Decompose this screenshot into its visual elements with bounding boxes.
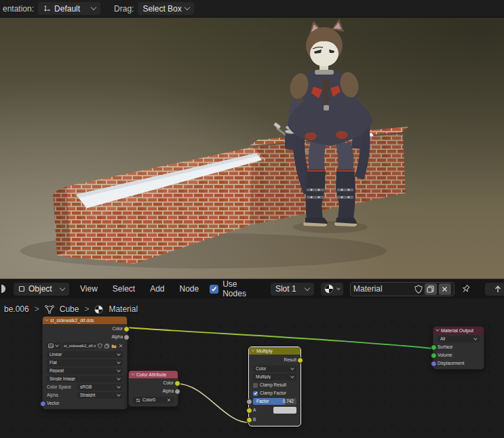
socket-volume-input[interactable] xyxy=(431,353,437,359)
chevron-down-icon xyxy=(117,368,121,372)
chevron-down-icon xyxy=(117,352,121,356)
3d-viewport[interactable] xyxy=(0,17,504,279)
interpolation-dropdown[interactable]: Linear xyxy=(47,351,123,358)
new-image-icon[interactable] xyxy=(104,344,109,349)
menu-select[interactable]: Select xyxy=(109,284,139,294)
factor-row: Factor 0.742 xyxy=(249,398,301,405)
socket-label: Surface xyxy=(438,345,452,350)
node-material-output[interactable]: Material Output All Surface Volume Displ… xyxy=(433,326,484,370)
unlink-icon[interactable] xyxy=(119,344,123,348)
collapse-icon[interactable] xyxy=(45,317,49,321)
socket-b-input[interactable] xyxy=(246,417,252,423)
fake-user-shield-icon[interactable] xyxy=(98,343,102,349)
output-alpha: Alpha xyxy=(43,334,127,340)
editor-type-icon[interactable] xyxy=(1,283,9,294)
socket-label: Result xyxy=(284,358,296,363)
collapse-icon[interactable] xyxy=(251,348,255,352)
shader-type-dropdown[interactable]: Object xyxy=(14,283,69,296)
socket-displacement-input[interactable] xyxy=(431,361,437,367)
shader-node-editor[interactable]: be.006 > Cube > Material st_sidewalk2_di… xyxy=(0,298,504,438)
socket-label: Vector xyxy=(47,401,59,406)
socket-surface-input[interactable] xyxy=(431,344,437,351)
menu-view[interactable]: View xyxy=(76,284,102,294)
unlink-material-button[interactable] xyxy=(439,283,451,295)
blend-mode-dropdown[interactable]: Multiply xyxy=(253,374,296,380)
node-image-texture[interactable]: st_sidewalk2_dif.dds Color Alpha st_side… xyxy=(42,316,128,410)
clamp-result-checkbox[interactable] xyxy=(253,383,258,388)
node-mix-multiply[interactable]: Multiply Result Color Multiply Clamp Res… xyxy=(248,346,301,426)
color-space-dropdown[interactable]: sRGB xyxy=(77,384,123,391)
socket-label: Displacement xyxy=(438,361,464,366)
node-material-output-header[interactable]: Material Output xyxy=(433,327,484,334)
extension-dropdown[interactable]: Repeat xyxy=(47,367,123,374)
alpha-mode-dropdown[interactable]: Straight xyxy=(77,392,123,399)
pin-icon[interactable] xyxy=(461,284,471,294)
up-arrow-icon xyxy=(494,285,502,294)
image-browser-dropdown[interactable] xyxy=(47,342,60,349)
node-color-attribute[interactable]: Color Attribute Color Alpha Color0 xyxy=(128,370,178,407)
collar xyxy=(315,70,334,75)
orientation-gizmo-icon xyxy=(43,5,51,13)
tie-clip xyxy=(324,105,329,111)
projection-row: Flat xyxy=(43,359,127,366)
menu-add[interactable]: Add xyxy=(146,284,168,294)
socket-alpha-output[interactable] xyxy=(174,389,180,395)
use-nodes-checkbox[interactable] xyxy=(210,285,218,294)
socket-result-output[interactable] xyxy=(297,357,303,363)
image-name-field[interactable]: st_sidewalk2_dif.dds xyxy=(62,342,96,349)
projection-dropdown[interactable]: Flat xyxy=(47,359,123,366)
panel-arrow-button[interactable] xyxy=(485,283,504,296)
menu-node[interactable]: Node xyxy=(176,284,203,294)
socket-alpha-output[interactable] xyxy=(123,334,130,340)
color-space-label: Color Space xyxy=(47,385,75,390)
collapse-icon[interactable] xyxy=(131,372,135,376)
slot-value: Slot 1 xyxy=(275,284,302,294)
source-row: Single Image xyxy=(43,376,127,382)
face xyxy=(310,41,338,66)
input-b-row: B xyxy=(249,416,301,424)
socket-vector-input[interactable] xyxy=(40,401,46,407)
socket-color-output[interactable] xyxy=(123,326,130,332)
shader-type-value: Object xyxy=(28,284,57,294)
target-dropdown[interactable]: All xyxy=(438,336,480,342)
clamp-factor-row: Clamp Factor xyxy=(249,390,301,397)
factor-slider[interactable]: Factor 0.742 xyxy=(253,398,296,405)
chevron-down-icon xyxy=(60,285,65,290)
fake-user-shield-icon[interactable] xyxy=(414,285,423,294)
attribute-field[interactable]: Color0 xyxy=(133,397,174,403)
open-folder-icon[interactable] xyxy=(111,344,117,349)
transform-orientation-dropdown[interactable]: Default xyxy=(38,2,100,15)
socket-factor-input[interactable] xyxy=(246,399,252,405)
material-slot-dropdown[interactable]: Slot 1 xyxy=(271,283,314,296)
material-sphere-icon xyxy=(324,284,334,294)
data-type-dropdown[interactable]: Color xyxy=(253,365,296,372)
new-material-button[interactable] xyxy=(425,283,437,295)
belt-pouch-right xyxy=(336,131,348,139)
node-mix-header[interactable]: Multiply xyxy=(249,347,301,355)
material-browser-dropdown[interactable] xyxy=(321,283,343,296)
socket-label: Alpha xyxy=(111,335,123,340)
clear-icon[interactable] xyxy=(167,398,171,402)
drag-mode-dropdown[interactable]: Select Box xyxy=(138,2,193,15)
color-a-swatch[interactable] xyxy=(273,407,296,414)
chevron-down-icon xyxy=(290,366,294,370)
source-dropdown[interactable]: Single Image xyxy=(47,376,123,382)
breadcrumb: be.006 > Cube > Material xyxy=(4,304,138,314)
breadcrumb-mesh: Cube xyxy=(60,304,79,314)
drag-label: Drag: xyxy=(114,4,134,14)
use-nodes-toggle[interactable]: Use Nodes xyxy=(210,279,252,298)
clamp-factor-checkbox[interactable] xyxy=(253,391,258,396)
clamp-factor-label: Clamp Factor xyxy=(260,391,286,396)
factor-value: 0.742 xyxy=(283,399,296,404)
tool-settings-bar: entation: Default Drag: Select Box xyxy=(0,0,504,18)
viewport-scene xyxy=(0,17,504,279)
node-color-attribute-header[interactable]: Color Attribute xyxy=(129,371,178,378)
factor-label: Factor xyxy=(253,399,283,404)
socket-a-input[interactable] xyxy=(246,407,252,414)
material-name-field[interactable]: Material xyxy=(350,282,454,296)
collapse-icon[interactable] xyxy=(435,327,440,332)
socket-label: A xyxy=(253,408,256,413)
chevron-down-icon xyxy=(290,374,294,378)
socket-color-output[interactable] xyxy=(174,380,180,386)
node-image-texture-header[interactable]: st_sidewalk2_dif.dds xyxy=(43,317,127,324)
